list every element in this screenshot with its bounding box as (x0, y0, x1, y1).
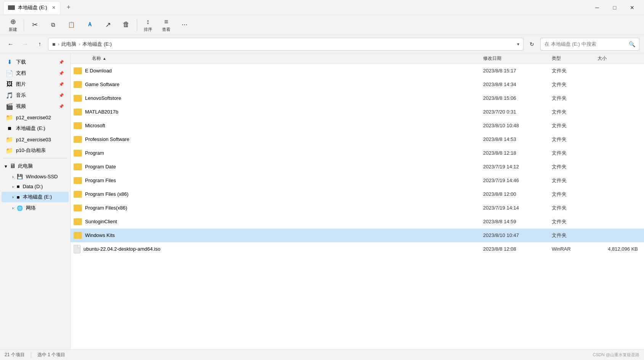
table-row[interactable]: Program Files (x86) 2023/8/8 12:00 文件夹 (71, 187, 644, 201)
breadcrumb-drive[interactable]: 本地磁盘 (E:) (82, 41, 112, 48)
search-icon[interactable]: 🔍 (629, 41, 635, 47)
view-icon: ≡ (164, 18, 169, 26)
table-row[interactable]: Program Files 2023/7/19 14:46 文件夹 (71, 174, 644, 187)
sidebar-item-music[interactable]: 🎵 音乐 📌 (2, 90, 69, 101)
col-header-type[interactable]: 类型 (549, 55, 594, 62)
sidebar-item-datad[interactable]: › ■ Data (D:) (2, 182, 69, 191)
file-list-header: 名称 ▲ 修改日期 类型 大小 (71, 53, 644, 64)
drive-breadcrumb-icon: ■ (52, 41, 55, 47)
statusbar-divider (31, 352, 31, 358)
sidebar-item-download[interactable]: ⬇ 下载 📌 (2, 57, 69, 67)
pin-icon-2: 📌 (59, 71, 64, 76)
breadcrumb-thispc[interactable]: 此电脑 (61, 41, 76, 48)
titlebar: 本地磁盘 (E:) ✕ + ─ □ ✕ (0, 0, 644, 15)
sidebar-item-p12ex03[interactable]: 📁 p12_exercise03 (2, 134, 69, 145)
item-count: 21 个项目 (5, 352, 25, 358)
download-icon: ⬇ (6, 59, 13, 66)
titlebar-tab[interactable]: 本地磁盘 (E:) ✕ (3, 1, 61, 14)
col-header-size[interactable]: 大小 (594, 55, 644, 62)
sidebar-item-windows-ssd[interactable]: › 💾 Windows-SSD (2, 172, 69, 181)
col-date-label: 修改日期 (483, 56, 501, 61)
table-row[interactable]: Program 2023/8/8 12:18 文件夹 (71, 146, 644, 160)
table-row[interactable]: SunloginClient 2023/8/8 14:59 文件夹 (71, 215, 644, 229)
file-date-cell: 2023/8/8 14:59 (480, 219, 549, 224)
back-button[interactable]: ← (5, 38, 17, 50)
col-header-name[interactable]: 名称 ▲ (71, 55, 480, 62)
folder-icon (74, 232, 82, 239)
table-row[interactable]: LenovoSoftstore 2023/8/8 15:06 文件夹 (71, 91, 644, 105)
table-row[interactable]: Windows Kits 2023/8/10 10:47 文件夹 (71, 229, 644, 242)
view-button[interactable]: ≡ 查看 (158, 17, 175, 34)
address-bar[interactable]: ■ › 此电脑 › 本地磁盘 (E:) ▾ (48, 38, 524, 51)
breadcrumb-sep-1: › (58, 42, 59, 47)
table-row[interactable]: Program Files(x86) 2023/7/19 14:14 文件夹 (71, 201, 644, 215)
sidebar-item-video[interactable]: 🎬 视频 📌 (2, 101, 69, 112)
share-button[interactable]: ↗ (100, 17, 116, 34)
new-button[interactable]: ⊕ 新建 (5, 17, 21, 34)
up-button[interactable]: ↑ (34, 38, 46, 50)
delete-icon: 🗑 (123, 21, 130, 29)
sidebar-thispc-toggle[interactable]: ▾ 🖥 此电脑 (0, 161, 70, 171)
sidebar-item-p12ex02[interactable]: 📁 p12_exercise02 (2, 112, 69, 123)
paste-button[interactable]: 📋 (63, 17, 80, 34)
col-header-date[interactable]: 修改日期 (480, 55, 549, 62)
file-type-cell: 文件夹 (549, 109, 594, 115)
sidebar-item-elocal[interactable]: ■ 本地磁盘 (E:) (2, 123, 69, 134)
cut-icon: ✂ (32, 21, 38, 29)
pin-icon-3: 📌 (59, 82, 64, 87)
file-type-cell: 文件夹 (549, 136, 594, 143)
paste-icon: 📋 (68, 21, 75, 28)
table-row[interactable]: MATLAB2017b 2023/7/20 0:31 文件夹 (71, 105, 644, 119)
minimize-button[interactable]: ─ (588, 1, 606, 14)
folder-icon (74, 109, 82, 115)
refresh-button[interactable]: ↻ (526, 38, 538, 50)
table-row[interactable]: Microsoft 2023/8/10 10:48 文件夹 (71, 119, 644, 133)
sidebar-item-pics[interactable]: 🖼 图片 📌 (2, 79, 69, 90)
forward-button[interactable]: → (19, 38, 31, 50)
file-date-cell: 2023/8/8 12:18 (480, 150, 549, 156)
search-input[interactable] (544, 41, 626, 47)
table-row[interactable]: Profession Software 2023/8/8 14:53 文件夹 (71, 133, 644, 146)
sidebar-p12ex03-label: p12_exercise03 (16, 137, 51, 142)
table-row[interactable]: ubuntu-22.04.2-desktop-amd64.iso 2023/8/… (71, 242, 644, 256)
sort-icon: ↕ (146, 18, 150, 26)
file-type-cell: 文件夹 (549, 232, 594, 239)
rename-button[interactable]: Ａ (81, 17, 98, 34)
sidebar-item-docs[interactable]: 📄 文档 📌 (2, 68, 69, 78)
rename-icon: Ａ (87, 21, 93, 28)
search-bar: 🔍 (540, 38, 639, 51)
folder-icon (74, 177, 82, 184)
cut-button[interactable]: ✂ (26, 17, 43, 34)
sidebar-pics-label: 图片 (16, 81, 26, 88)
delete-button[interactable]: 🗑 (118, 17, 135, 34)
maximize-button[interactable]: □ (606, 1, 623, 14)
folder-icon (74, 95, 82, 102)
sidebar-item-p10[interactable]: 📁 p10-自动相亲 (2, 145, 69, 156)
file-name-cell: E Download (71, 67, 480, 74)
sidebar-item-locale-selected[interactable]: › ■ 本地磁盘 (E:) (2, 192, 69, 202)
file-name: Profession Software (85, 136, 129, 142)
folder-icon (74, 191, 82, 198)
watermark: CSDN @山重水复疑是路 (593, 352, 639, 358)
file-date-cell: 2023/7/19 14:14 (480, 205, 549, 211)
table-row[interactable]: Program Date 2023/7/19 14:12 文件夹 (71, 160, 644, 174)
new-tab-button[interactable]: + (64, 2, 74, 13)
sidebar-item-network[interactable]: › 🌐 网络 (2, 203, 69, 213)
sort-button[interactable]: ↕ 排序 (140, 17, 156, 34)
file-name: Microsoft (85, 123, 105, 128)
addrbar-chevron-icon[interactable]: ▾ (517, 42, 519, 47)
file-name-cell: Program Files(x86) (71, 205, 480, 211)
folder-icon (74, 218, 82, 225)
more-icon: ··· (181, 21, 187, 29)
table-row[interactable]: E Download 2023/8/8 15:17 文件夹 (71, 64, 644, 78)
video-icon: 🎬 (6, 103, 13, 110)
more-button[interactable]: ··· (176, 17, 193, 34)
folder-icon-p12ex02: 📁 (6, 114, 13, 121)
table-row[interactable]: Game Software 2023/8/8 14:34 文件夹 (71, 78, 644, 91)
tab-close-button[interactable]: ✕ (52, 5, 56, 10)
thispc-icon: 🖥 (10, 163, 16, 170)
close-button[interactable]: ✕ (623, 1, 641, 14)
file-name: ubuntu-22.04.2-desktop-amd64.iso (84, 246, 161, 252)
copy-button[interactable]: ⧉ (45, 17, 61, 34)
ssd-icon: 💾 (17, 174, 23, 179)
